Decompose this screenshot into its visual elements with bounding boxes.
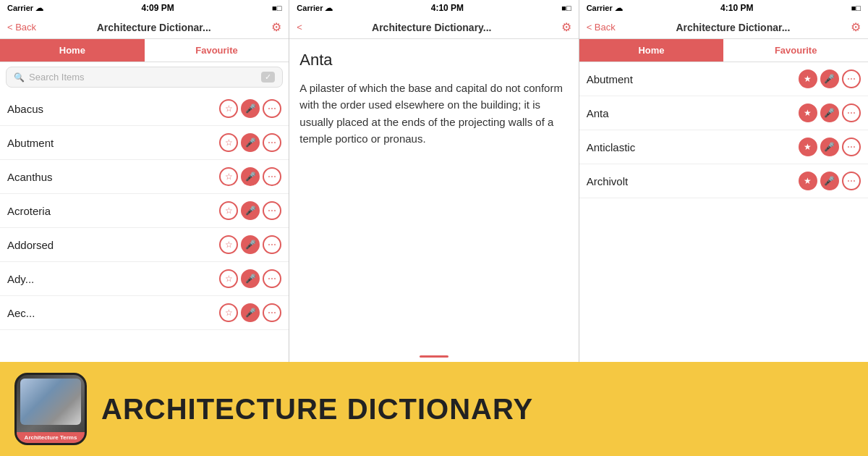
item-actions: ★ 🎤 ⋯ (799, 69, 861, 88)
item-actions: ☆ 🎤 ⋯ (219, 303, 281, 322)
mic-button[interactable]: 🎤 (241, 303, 260, 322)
star-button-filled[interactable]: ★ (799, 69, 817, 88)
share-button[interactable]: ⋯ (842, 138, 861, 156)
list-item[interactable]: Abacus ☆ 🎤 ⋯ (0, 92, 289, 126)
mic-button[interactable]: 🎤 (820, 104, 839, 122)
screen-left: Carrier ☁ 4:09 PM ■□ < Back Architecture… (0, 0, 289, 362)
star-button-filled[interactable]: ★ (799, 138, 817, 156)
item-actions: ★ 🎤 ⋯ (799, 138, 861, 156)
status-bar-right: Carrier ☁ 4:10 PM ■□ (579, 0, 868, 16)
tab-home-left[interactable]: Home (0, 39, 145, 62)
item-actions: ☆ 🎤 ⋯ (219, 269, 281, 288)
nav-bar-middle: < Architecture Dictionary... ⚙ (289, 16, 578, 39)
scroll-indicator (420, 355, 448, 358)
search-bar-left[interactable]: 🔍 Search Items ✓ (6, 67, 283, 88)
nav-title-left: Architecture Dictionar... (41, 22, 267, 33)
share-button[interactable]: ⋯ (842, 104, 861, 122)
list-content-right: Abutment ★ 🎤 ⋯ Anta ★ 🎤 ⋯ Anticlastic ★ (579, 62, 868, 362)
star-button[interactable]: ☆ (219, 201, 238, 220)
mic-button[interactable]: 🎤 (241, 235, 260, 254)
detail-title: Anta (299, 51, 568, 69)
mic-button[interactable]: 🎤 (241, 133, 260, 152)
back-button-left[interactable]: < Back (7, 22, 36, 33)
share-button[interactable]: ⋯ (263, 133, 281, 152)
star-button[interactable]: ☆ (219, 133, 238, 152)
screen-right: Carrier ☁ 4:10 PM ■□ < Back Architecture… (579, 0, 868, 362)
status-bar-middle: Carrier ☁ 4:10 PM ■□ (289, 0, 578, 16)
item-name: Addorsed (7, 239, 54, 251)
app-icon: Architecture Terms (14, 373, 87, 445)
star-button[interactable]: ☆ (219, 167, 238, 186)
share-button[interactable]: ⋯ (263, 201, 281, 220)
carrier-left: Carrier ☁ (7, 4, 43, 13)
battery-right: ■□ (851, 4, 861, 12)
detail-content: Anta A pilaster of which the base and ca… (289, 39, 578, 351)
screen-middle: Carrier ☁ 4:10 PM ■□ < Architecture Dict… (289, 0, 579, 362)
mic-button[interactable]: 🎤 (241, 201, 260, 220)
share-button[interactable]: ⋯ (263, 235, 281, 254)
nav-bar-right: < Back Architecture Dictionar... ⚙ (579, 16, 868, 39)
share-button[interactable]: ⋯ (263, 303, 281, 322)
list-item[interactable]: Aec... ☆ 🎤 ⋯ (0, 296, 289, 330)
list-item[interactable]: Anticlastic ★ 🎤 ⋯ (579, 130, 868, 164)
gear-icon-right[interactable]: ⚙ (851, 20, 861, 34)
share-button[interactable]: ⋯ (263, 269, 281, 288)
bottom-banner: Architecture Terms ARCHITECTURE DICTIONA… (0, 362, 868, 456)
item-name: Anticlastic (587, 141, 636, 153)
share-button[interactable]: ⋯ (842, 172, 861, 190)
item-actions: ☆ 🎤 ⋯ (219, 133, 281, 152)
item-name: Ady... (7, 273, 34, 285)
item-actions: ☆ 🎤 ⋯ (219, 235, 281, 254)
mic-button[interactable]: 🎤 (820, 138, 839, 156)
detail-text: A pilaster of which the base and capital… (299, 80, 568, 147)
tab-bar-left: Home Favourite (0, 39, 289, 62)
item-name: Abutment (587, 73, 633, 85)
back-button-right[interactable]: < Back (587, 22, 616, 33)
share-button[interactable]: ⋯ (842, 69, 861, 88)
back-button-middle[interactable]: < (297, 22, 302, 33)
star-button[interactable]: ☆ (219, 99, 238, 118)
tab-bar-right: Home Favourite (579, 39, 868, 62)
mic-button[interactable]: 🎤 (241, 167, 260, 186)
list-item[interactable]: Archivolt ★ 🎤 ⋯ (579, 164, 868, 198)
mic-button[interactable]: 🎤 (820, 172, 839, 190)
list-item[interactable]: Abutment ★ 🎤 ⋯ (579, 62, 868, 96)
time-right: 4:10 PM (720, 3, 753, 13)
list-item[interactable]: Acroteria ☆ 🎤 ⋯ (0, 194, 289, 228)
gear-icon-left[interactable]: ⚙ (271, 20, 281, 34)
mic-button[interactable]: 🎤 (241, 99, 260, 118)
search-placeholder-left: Search Items (29, 72, 261, 83)
star-button-filled[interactable]: ★ (799, 172, 817, 190)
nav-title-middle: Architecture Dictionary... (307, 22, 557, 33)
tab-home-right[interactable]: Home (579, 39, 724, 62)
star-button[interactable]: ☆ (219, 235, 238, 254)
star-button[interactable]: ☆ (219, 269, 238, 288)
share-button[interactable]: ⋯ (263, 99, 281, 118)
mic-button[interactable]: 🎤 (820, 69, 839, 88)
tab-favourite-left[interactable]: Favourite (145, 39, 289, 62)
item-name: Anta (587, 107, 609, 119)
mic-button[interactable]: 🎤 (241, 269, 260, 288)
nav-bar-left: < Back Architecture Dictionar... ⚙ (0, 16, 289, 39)
app-icon-image (20, 379, 81, 425)
list-item[interactable]: Ady... ☆ 🎤 ⋯ (0, 262, 289, 296)
item-name: Abacus (7, 103, 43, 115)
list-item[interactable]: Anta ★ 🎤 ⋯ (579, 96, 868, 130)
carrier-middle: Carrier ☁ (297, 4, 333, 13)
list-item[interactable]: Acanthus ☆ 🎤 ⋯ (0, 160, 289, 194)
gear-icon-middle[interactable]: ⚙ (561, 20, 571, 34)
star-button-filled[interactable]: ★ (799, 104, 817, 122)
item-actions: ☆ 🎤 ⋯ (219, 201, 281, 220)
star-button[interactable]: ☆ (219, 303, 238, 322)
tab-favourite-right[interactable]: Favourite (723, 39, 868, 62)
list-item[interactable]: Abutment ☆ 🎤 ⋯ (0, 126, 289, 160)
time-left: 4:09 PM (141, 3, 174, 13)
nav-title-right: Architecture Dictionar... (620, 22, 846, 33)
chevron-icon-left[interactable]: ✓ (261, 72, 275, 83)
app-icon-label: Architecture Terms (17, 432, 85, 443)
list-item[interactable]: Addorsed ☆ 🎤 ⋯ (0, 228, 289, 262)
item-name: Archivolt (587, 175, 629, 187)
item-name: Acroteria (7, 205, 51, 217)
share-button[interactable]: ⋯ (263, 167, 281, 186)
item-name: Abutment (7, 137, 54, 149)
